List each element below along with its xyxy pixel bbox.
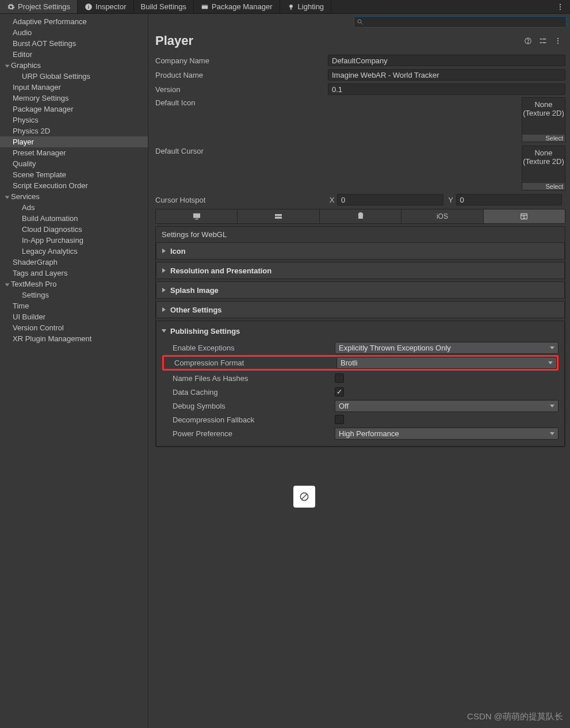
tab-package-manager[interactable]: Package Manager [194,0,280,13]
compression-format-dropdown[interactable]: Brotli [336,357,557,369]
sidebar-item-physics[interactable]: Physics [0,115,148,125]
svg-rect-13 [542,39,546,40]
sidebar-item-preset-manager[interactable]: Preset Manager [0,147,148,158]
tab-label: Package Manager [212,2,273,11]
svg-rect-2 [88,5,89,5]
company-name-input[interactable] [328,55,565,66]
platform-tab-ios[interactable]: iOS [401,209,483,223]
svg-line-9 [361,23,363,25]
sidebar-item-editor[interactable]: Editor [0,49,148,60]
tab-label: Project Settings [18,2,70,11]
search-field[interactable] [354,16,567,28]
svg-point-7 [560,8,561,9]
tab-project-settings[interactable]: Project Settings [0,0,78,13]
enable-exceptions-dropdown[interactable]: Explicitly Thrown Exceptions Only [335,342,558,354]
section-icon[interactable]: Icon [156,242,565,260]
search-icon [357,18,364,25]
section-publishing[interactable]: Publishing Settings [162,325,558,337]
light-icon [287,3,295,11]
platform-tab-webgl[interactable]: 5 [484,209,565,223]
tab-label: Inspector [95,2,126,11]
sidebar-item-graphics[interactable]: Graphics [0,60,148,71]
sidebar-item-ui-builder[interactable]: UI Builder [0,311,148,322]
presets-icon[interactable] [538,36,548,46]
sidebar-item-scene-template[interactable]: Scene Template [0,169,148,180]
sidebar-item-build-automation[interactable]: Build Automation [0,213,148,224]
svg-point-3 [289,4,293,7]
info-icon [85,3,93,11]
sidebar-item-time[interactable]: Time [0,300,148,311]
section-resolution[interactable]: Resolution and Presentation [156,262,565,279]
sidebar-item-xr-plugin-management[interactable]: XR Plugin Management [0,333,148,344]
help-icon[interactable] [523,36,533,46]
decompression-fallback-checkbox[interactable] [335,415,344,424]
svg-point-6 [560,6,561,7]
platform-tab-dedicated[interactable] [238,209,319,223]
version-label: Version [155,85,328,94]
select-button[interactable]: Select [522,183,565,190]
default-icon-picker[interactable]: None (Texture 2D) Select [522,97,565,142]
compression-format-row-highlighted: Compression FormatBrotli [162,355,558,371]
product-name-input[interactable] [328,69,565,81]
default-icon-label: Default Icon [155,97,328,107]
sidebar-item-memory-settings[interactable]: Memory Settings [0,93,148,104]
tab-lighting[interactable]: Lighting [280,0,332,13]
sidebar-item-quality[interactable]: Quality [0,158,148,169]
sidebar-item-input-manager[interactable]: Input Manager [0,82,148,93]
tabs-menu[interactable] [550,0,570,13]
top-tabs: Project Settings Inspector Build Setting… [0,0,570,14]
tab-label: Build Settings [141,2,187,11]
cursor-hotspot-x[interactable] [337,194,443,205]
tab-inspector[interactable]: Inspector [78,0,133,13]
sidebar-item-burst-aot-settings[interactable]: Burst AOT Settings [0,38,148,49]
menu-icon[interactable] [553,36,563,46]
svg-rect-21 [275,214,282,216]
tab-label: Lighting [298,2,324,11]
svg-point-17 [557,40,558,41]
sidebar-item-player[interactable]: Player [0,136,148,147]
default-cursor-label: Default Cursor [155,146,328,155]
section-other[interactable]: Other Settings [156,301,565,318]
version-input[interactable] [328,83,565,95]
select-button[interactable]: Select [522,135,565,142]
sidebar-item-version-control[interactable]: Version Control [0,322,148,333]
name-files-as-hashes-checkbox[interactable] [335,373,344,383]
sidebar-item-cloud-diagnostics[interactable]: Cloud Diagnostics [0,224,148,235]
platform-tab-standalone[interactable] [156,209,238,223]
gear-icon [7,3,15,11]
sidebar-item-physics-2d[interactable]: Physics 2D [0,125,148,136]
block-icon [293,486,315,508]
default-cursor-picker[interactable]: None (Texture 2D) Select [522,146,565,190]
debug-symbols-dropdown[interactable]: Off [335,400,558,412]
search-input[interactable] [365,18,564,26]
power-preference-dropdown[interactable]: High Performance [335,428,558,440]
sidebar-item-settings[interactable]: Settings [0,289,148,300]
data-caching-checkbox[interactable] [335,387,344,397]
platform-tab-android[interactable] [320,209,401,223]
sidebar-item-ads[interactable]: Ads [0,202,148,213]
sidebar-item-textmesh-pro[interactable]: TextMesh Pro [0,279,148,289]
sidebar-item-tags-and-layers[interactable]: Tags and Layers [0,268,148,279]
svg-rect-12 [540,39,542,40]
svg-rect-22 [275,217,282,219]
section-splash[interactable]: Splash Image [156,281,565,299]
svg-point-18 [557,43,558,44]
svg-point-8 [358,20,361,23]
sidebar-item-shadergraph[interactable]: ShaderGraph [0,257,148,268]
sidebar-item-package-manager[interactable]: Package Manager [0,104,148,115]
svg-rect-1 [88,6,89,8]
sidebar-item-services[interactable]: Services [0,191,148,202]
sidebar-item-script-execution-order[interactable]: Script Execution Order [0,180,148,191]
sidebar-item-urp-global-settings[interactable]: URP Global Settings [0,71,148,82]
svg-rect-4 [290,8,291,9]
sidebar-item-adaptive-performance[interactable]: Adaptive Performance [0,16,148,27]
sidebar-item-legacy-analytics[interactable]: Legacy Analytics [0,246,148,257]
svg-rect-14 [540,42,542,43]
sidebar-item-audio[interactable]: Audio [0,27,148,38]
sidebar-item-in-app-purchasing[interactable]: In-App Purchasing [0,235,148,246]
svg-rect-19 [193,214,200,218]
page-title: Player [155,33,518,48]
tab-build-settings[interactable]: Build Settings [134,0,194,13]
cursor-hotspot-y[interactable] [456,194,563,205]
company-name-label: Company Name [155,56,328,65]
